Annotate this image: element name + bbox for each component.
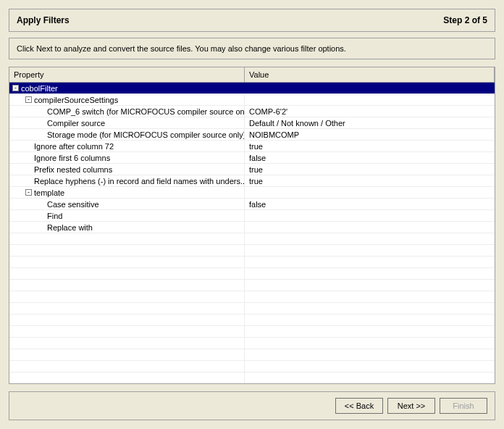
- table-row: [9, 257, 495, 268]
- table-row[interactable]: Case sensitivefalse: [9, 199, 495, 210]
- step-indicator: Step 2 of 5: [443, 15, 487, 25]
- table-row[interactable]: Compiler sourceDefault / Not known / Oth…: [9, 117, 495, 129]
- back-button[interactable]: << Back: [335, 398, 383, 414]
- expander-icon[interactable]: -: [25, 189, 32, 196]
- table-row[interactable]: Replace hyphens (-) in record and field …: [9, 175, 495, 187]
- property-label: Ignore after column 72: [34, 141, 114, 151]
- table-row[interactable]: Find: [9, 210, 495, 222]
- table-row[interactable]: COMP_6 switch (for MICROFOCUS compiler s…: [9, 106, 495, 117]
- property-value[interactable]: [245, 210, 495, 221]
- property-value[interactable]: NOIBMCOMP: [245, 129, 495, 140]
- table-row[interactable]: Replace with: [9, 222, 495, 233]
- property-value[interactable]: true: [245, 164, 495, 175]
- property-value[interactable]: COMP-6'2': [245, 106, 495, 117]
- table-row: [9, 233, 495, 245]
- property-label: Replace hyphens (-) in record and field …: [34, 175, 245, 186]
- table-row: [9, 315, 495, 326]
- instruction-text: Click Next to analyze and convert the so…: [9, 38, 495, 59]
- property-label: cobolFilter: [21, 83, 58, 93]
- column-header-value[interactable]: Value: [245, 67, 495, 82]
- property-label: Case sensitive: [47, 199, 99, 209]
- table-row: [9, 349, 495, 361]
- property-label: template: [34, 187, 64, 198]
- table-row: [9, 303, 495, 315]
- table-row[interactable]: Storage mode (for MICROFOCUS compiler so…: [9, 129, 495, 141]
- table-body[interactable]: -cobolFilter-compilerSourceSettingsCOMP_…: [9, 83, 495, 383]
- table-row[interactable]: -template: [9, 187, 495, 199]
- table-row[interactable]: Ignore first 6 columnsfalse: [9, 152, 495, 164]
- expander-icon[interactable]: -: [12, 85, 19, 91]
- table-row[interactable]: Prefix nested columnstrue: [9, 164, 495, 175]
- finish-button: Finish: [440, 398, 487, 414]
- property-value[interactable]: [245, 83, 495, 93]
- property-label: Storage mode (for MICROFOCUS compiler so…: [47, 129, 245, 140]
- property-label: Find: [47, 210, 62, 221]
- page-title: Apply Filters: [17, 15, 70, 25]
- property-label: COMP_6 switch (for MICROFOCUS compiler s…: [47, 106, 245, 117]
- property-label: Replace with: [47, 222, 93, 233]
- property-table: Property Value -cobolFilter-compilerSour…: [9, 67, 495, 384]
- table-row: [9, 291, 495, 303]
- table-row: [9, 280, 495, 291]
- property-value[interactable]: false: [245, 152, 495, 163]
- property-value[interactable]: true: [245, 141, 495, 151]
- property-value[interactable]: [245, 94, 495, 105]
- column-header-property[interactable]: Property: [9, 67, 245, 82]
- table-row[interactable]: -compilerSourceSettings: [9, 94, 495, 106]
- property-label: compilerSourceSettings: [34, 94, 118, 105]
- property-value[interactable]: false: [245, 199, 495, 209]
- property-value[interactable]: [245, 222, 495, 233]
- table-row[interactable]: Ignore after column 72true: [9, 141, 495, 152]
- table-row: [9, 326, 495, 338]
- property-label: Compiler source: [47, 117, 105, 128]
- next-button[interactable]: Next >>: [387, 398, 435, 414]
- table-row: [9, 338, 495, 349]
- property-label: Prefix nested columns: [34, 164, 112, 175]
- property-value[interactable]: Default / Not known / Other: [245, 117, 495, 128]
- property-value[interactable]: [245, 187, 495, 198]
- table-row[interactable]: -cobolFilter: [9, 83, 495, 94]
- property-value[interactable]: true: [245, 175, 495, 186]
- table-row: [9, 268, 495, 280]
- property-label: Ignore first 6 columns: [34, 152, 110, 163]
- table-row: [9, 372, 495, 383]
- expander-icon[interactable]: -: [25, 96, 32, 103]
- table-row: [9, 361, 495, 372]
- table-row: [9, 245, 495, 257]
